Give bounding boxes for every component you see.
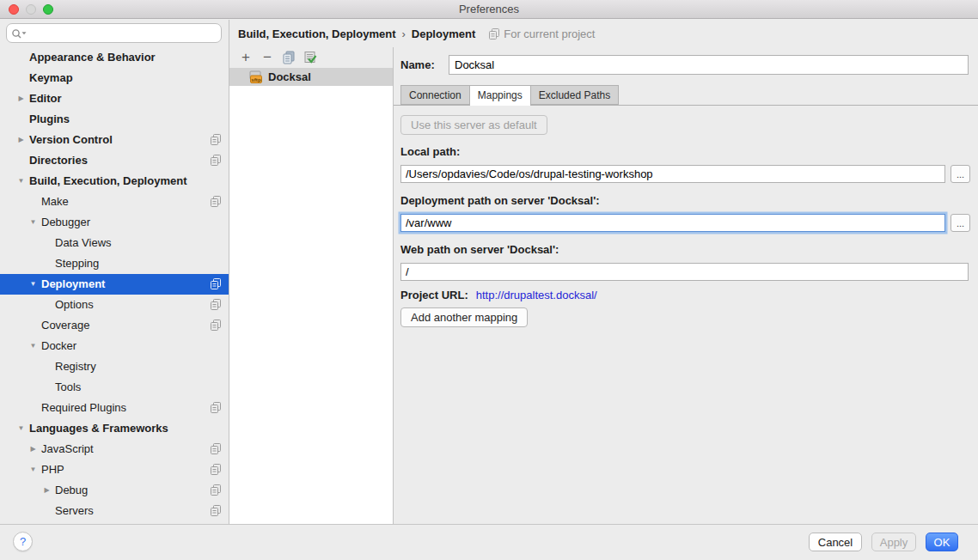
preferences-window: Preferences Appearance & BehaviorKeymap▶… xyxy=(0,0,978,560)
chevron-right-icon[interactable]: ▶ xyxy=(41,480,52,501)
chevron-down-icon[interactable]: ▼ xyxy=(28,336,39,356)
chevron-down-icon[interactable]: ▼ xyxy=(28,460,39,480)
sidebar-item-registry[interactable]: Registry xyxy=(0,356,229,377)
project-url-link[interactable]: http://drupaltest.docksal/ xyxy=(476,289,597,301)
minimize-button[interactable] xyxy=(26,4,36,15)
sidebar-item-label: Debug xyxy=(55,480,88,501)
breadcrumb: Build, Execution, Deployment›Deployment xyxy=(238,27,475,40)
local-path-input[interactable] xyxy=(400,165,945,183)
sidebar-item-label: Appearance & Behavior xyxy=(29,47,156,68)
sidebar-item-label: Required Plugins xyxy=(41,398,126,418)
per-project-settings-icon xyxy=(211,484,221,496)
sidebar-item-data-views[interactable]: Data Views xyxy=(0,233,229,253)
chevron-down-icon[interactable]: ▼ xyxy=(28,212,39,233)
for-current-project-label: For current project xyxy=(504,27,595,40)
sidebar-item-label: Docker xyxy=(41,336,76,356)
sidebar-item-version-control[interactable]: ▶Version Control xyxy=(0,130,229,150)
sidebar-item-debugger[interactable]: ▼Debugger xyxy=(0,212,229,233)
traffic-lights xyxy=(9,4,53,15)
cancel-button[interactable]: Cancel xyxy=(809,533,862,551)
per-project-settings-icon xyxy=(211,299,221,310)
sidebar-item-label: Deployment xyxy=(41,274,105,295)
zoom-button[interactable] xyxy=(43,4,53,15)
sidebar-item-label: Registry xyxy=(55,356,96,377)
sidebar-item-debug[interactable]: ▶Debug xyxy=(0,480,229,501)
sidebar-item-label: Editor xyxy=(29,88,62,109)
server-name-input[interactable] xyxy=(449,55,969,75)
sidebar-item-editor[interactable]: ▶Editor xyxy=(0,88,229,109)
sidebar-item-label: Tools xyxy=(55,377,81,398)
sidebar-item-plugins[interactable]: Plugins xyxy=(0,109,229,130)
per-project-settings-icon xyxy=(211,320,221,331)
server-toolbar: + − xyxy=(229,47,393,68)
chevron-right-icon[interactable]: ▶ xyxy=(15,130,27,150)
sidebar-item-options[interactable]: Options xyxy=(0,295,229,315)
chevron-down-icon[interactable]: ▼ xyxy=(15,418,27,439)
sidebar-item-required-plugins[interactable]: Required Plugins xyxy=(0,398,229,418)
chevron-right-icon[interactable]: ▶ xyxy=(28,439,39,460)
remove-server-button[interactable]: − xyxy=(260,51,274,64)
web-path-input[interactable] xyxy=(400,263,969,281)
apply-button[interactable]: Apply xyxy=(871,533,916,551)
close-button[interactable] xyxy=(9,4,19,15)
settings-sidebar: Appearance & BehaviorKeymap▶EditorPlugin… xyxy=(0,20,229,524)
per-project-settings-icon xyxy=(211,443,221,454)
per-project-settings-icon xyxy=(211,505,221,516)
breadcrumb-part-deployment[interactable]: Deployment xyxy=(412,27,475,40)
window-title: Preferences xyxy=(0,0,978,18)
sidebar-item-docker[interactable]: ▼Docker xyxy=(0,336,229,356)
sidebar-item-javascript[interactable]: ▶JavaScript xyxy=(0,439,229,460)
sidebar-item-keymap[interactable]: Keymap xyxy=(0,68,229,88)
server-item-docksal[interactable]: sftpDocksal xyxy=(229,68,393,86)
sidebar-item-languages-frameworks[interactable]: ▼Languages & Frameworks xyxy=(0,418,229,439)
deployment-path-browse-button[interactable]: ... xyxy=(950,214,970,232)
breadcrumb-row: Build, Execution, Deployment›Deployment … xyxy=(229,20,978,47)
per-project-settings-icon xyxy=(489,28,499,40)
sidebar-item-label: Options xyxy=(55,295,94,315)
sidebar-item-label: Languages & Frameworks xyxy=(29,418,168,439)
sftp-icon: sftp xyxy=(248,70,263,84)
chevron-right-icon[interactable]: ▶ xyxy=(15,88,27,109)
breadcrumb-part-build-execution-deployment[interactable]: Build, Execution, Deployment xyxy=(238,27,395,40)
chevron-down-icon[interactable]: ▼ xyxy=(28,274,39,295)
use-as-default-icon-button[interactable] xyxy=(303,51,317,64)
per-project-settings-icon xyxy=(211,155,221,166)
project-url-label: Project URL: xyxy=(400,289,468,301)
sidebar-item-label: Stepping xyxy=(55,253,99,274)
server-list-panel: + − xyxy=(229,47,394,524)
sidebar-item-tools[interactable]: Tools xyxy=(0,377,229,398)
sidebar-item-label: Make xyxy=(41,192,69,212)
sidebar-item-coverage[interactable]: Coverage xyxy=(0,315,229,336)
sidebar-item-deployment[interactable]: ▼Deployment xyxy=(0,274,229,295)
tab-mappings[interactable]: Mappings xyxy=(469,85,531,106)
per-project-settings-icon xyxy=(211,278,221,289)
sidebar-item-label: Build, Execution, Deployment xyxy=(29,171,186,192)
copy-server-button[interactable] xyxy=(282,51,296,64)
per-project-settings-icon xyxy=(211,196,221,207)
sidebar-item-appearance-behavior[interactable]: Appearance & Behavior xyxy=(0,47,229,68)
tab-excluded-paths[interactable]: Excluded Paths xyxy=(530,85,619,105)
local-path-label: Local path: xyxy=(400,145,460,158)
sidebar-item-build-execution-deployment[interactable]: ▼Build, Execution, Deployment xyxy=(0,171,229,192)
use-default-button[interactable]: Use this server as default xyxy=(400,115,547,135)
sidebar-item-directories[interactable]: Directories xyxy=(0,150,229,171)
sidebar-item-label: Servers xyxy=(55,501,94,521)
main-area: Build, Execution, Deployment›Deployment … xyxy=(229,20,978,524)
config-tabs: ConnectionMappingsExcluded Paths xyxy=(400,85,618,106)
window-body: Appearance & BehaviorKeymap▶EditorPlugin… xyxy=(0,20,978,524)
sidebar-item-stepping[interactable]: Stepping xyxy=(0,253,229,274)
sidebar-item-label: Keymap xyxy=(29,68,73,88)
add-server-button[interactable]: + xyxy=(239,51,253,64)
svg-text:sftp: sftp xyxy=(251,76,261,82)
settings-search-input[interactable] xyxy=(6,23,222,43)
add-mapping-button[interactable]: Add another mapping xyxy=(400,307,528,327)
sidebar-item-php[interactable]: ▼PHP xyxy=(0,460,229,480)
deployment-path-input[interactable] xyxy=(400,214,945,232)
tab-connection[interactable]: Connection xyxy=(400,85,470,105)
sidebar-item-make[interactable]: Make xyxy=(0,192,229,212)
local-path-browse-button[interactable]: ... xyxy=(950,165,970,183)
sidebar-item-servers[interactable]: Servers xyxy=(0,501,229,521)
chevron-down-icon[interactable]: ▼ xyxy=(15,171,27,192)
help-button[interactable]: ? xyxy=(13,532,33,551)
ok-button[interactable]: OK xyxy=(926,533,958,551)
